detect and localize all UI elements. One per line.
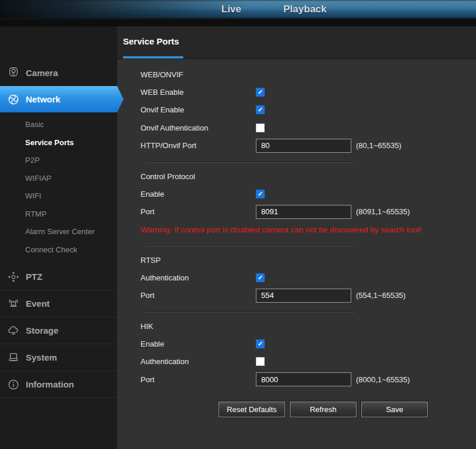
sidebar-item-label: System bbox=[26, 352, 57, 362]
top-tabs: Live Playback bbox=[215, 4, 333, 15]
sidebar-item-event[interactable]: Event bbox=[0, 290, 117, 317]
top-navigation-bar: Live Playback bbox=[0, 0, 476, 19]
control-enable-checkbox[interactable] bbox=[256, 190, 265, 198]
tab-live[interactable]: Live bbox=[215, 4, 247, 15]
sidebar: Camera Network Basic Service Ports P2P W… bbox=[0, 26, 117, 449]
section-title-hik: HIK bbox=[141, 318, 476, 335]
control-enable-label: Enable bbox=[141, 190, 256, 198]
control-port-warning: Warning: If control port is disabled cam… bbox=[141, 221, 476, 238]
onvif-authentication-row: Onvif Authentication bbox=[141, 119, 476, 137]
subnav-item-service-ports[interactable]: Service Ports bbox=[0, 134, 117, 152]
reset-defaults-button[interactable]: Reset Defaults bbox=[218, 402, 285, 417]
http-onvif-port-hint: (80,1~65535) bbox=[356, 141, 402, 150]
network-subnav: Basic Service Ports P2P WIFIAP WIFI RTMP… bbox=[0, 112, 117, 263]
sidebar-item-label: Event bbox=[26, 299, 50, 309]
main-content: Service Ports WEB/ONVIF WEB Enable Onvif… bbox=[117, 26, 476, 449]
rtsp-authentication-checkbox[interactable] bbox=[256, 273, 265, 282]
rtsp-authentication-label: Authentication bbox=[141, 273, 256, 282]
hik-enable-checkbox[interactable] bbox=[256, 340, 265, 348]
rtsp-port-row: Port (554,1~65535) bbox=[141, 287, 476, 305]
sidebar-item-camera[interactable]: Camera bbox=[0, 59, 117, 86]
section-title-web-onvif: WEB/ONVIF bbox=[141, 67, 476, 83]
sidebar-item-label: PTZ bbox=[26, 272, 42, 282]
ptz-icon bbox=[6, 270, 20, 284]
sidebar-item-label: Storage bbox=[26, 325, 59, 335]
hik-port-label: Port bbox=[141, 375, 256, 384]
system-icon bbox=[6, 351, 20, 365]
rtsp-authentication-row: Authentication bbox=[141, 269, 476, 287]
sidebar-item-system[interactable]: System bbox=[0, 344, 117, 371]
sidebar-item-storage[interactable]: Storage bbox=[0, 317, 117, 344]
onvif-authentication-label: Onvif Authentication bbox=[141, 124, 256, 132]
sidebar-item-label: Network bbox=[26, 94, 60, 104]
onvif-authentication-checkbox[interactable] bbox=[256, 124, 265, 132]
hik-enable-label: Enable bbox=[141, 340, 256, 348]
control-port-label: Port bbox=[141, 207, 256, 216]
form-button-row: Reset Defaults Refresh Save bbox=[218, 402, 476, 417]
save-button[interactable]: Save bbox=[361, 402, 428, 417]
subnav-item-rtmp[interactable]: RTMP bbox=[0, 205, 117, 224]
subnav-item-p2p[interactable]: P2P bbox=[0, 152, 117, 170]
subnav-item-basic[interactable]: Basic bbox=[0, 116, 117, 134]
onvif-enable-checkbox[interactable] bbox=[256, 105, 265, 114]
control-port-row: Port (8091,1~65535) bbox=[141, 203, 476, 221]
section-divider bbox=[145, 162, 355, 163]
service-ports-form: WEB/ONVIF WEB Enable Onvif Enable Onvif … bbox=[117, 59, 476, 417]
hik-port-hint: (8000,1~65535) bbox=[356, 375, 410, 384]
section-title-rtsp: RTSP bbox=[141, 252, 476, 269]
sidebar-item-ptz[interactable]: PTZ bbox=[0, 263, 117, 290]
sidebar-spacer bbox=[0, 26, 117, 59]
hik-enable-row: Enable bbox=[141, 335, 476, 353]
rtsp-port-label: Port bbox=[141, 291, 256, 300]
web-enable-row: WEB Enable bbox=[141, 83, 476, 101]
subnav-item-wifiap[interactable]: WIFIAP bbox=[0, 170, 117, 188]
section-divider bbox=[145, 311, 355, 313]
control-port-input[interactable] bbox=[256, 205, 351, 219]
sidebar-item-label: Camera bbox=[26, 68, 58, 78]
http-onvif-port-row: HTTP/Onvif Port (80,1~65535) bbox=[141, 137, 476, 155]
section-title-control-protocol: Control Protocol bbox=[141, 169, 476, 185]
information-icon bbox=[6, 378, 20, 392]
hik-port-row: Port (8000,1~65535) bbox=[141, 371, 476, 389]
content-tabstrip: Service Ports bbox=[117, 26, 476, 59]
rtsp-port-input[interactable] bbox=[256, 289, 351, 303]
http-onvif-port-label: HTTP/Onvif Port bbox=[141, 141, 256, 150]
hik-authentication-label: Authentication bbox=[141, 357, 256, 366]
refresh-button[interactable]: Refresh bbox=[290, 402, 357, 417]
network-icon bbox=[6, 92, 20, 107]
storage-icon bbox=[6, 324, 20, 338]
onvif-enable-row: Onvif Enable bbox=[141, 101, 476, 119]
subnav-item-alarm-server-center[interactable]: Alarm Server Center bbox=[0, 223, 117, 241]
event-icon bbox=[6, 297, 20, 311]
active-tab-underline bbox=[123, 56, 183, 59]
subnav-item-connect-check[interactable]: Connect Check bbox=[0, 241, 117, 259]
web-enable-label: WEB Enable bbox=[141, 88, 256, 97]
web-enable-checkbox[interactable] bbox=[256, 88, 265, 97]
hik-authentication-checkbox[interactable] bbox=[256, 357, 265, 366]
camera-icon bbox=[6, 66, 20, 80]
control-enable-row: Enable bbox=[141, 185, 476, 203]
subnav-item-wifi[interactable]: WIFI bbox=[0, 187, 117, 205]
rtsp-port-hint: (554,1~65535) bbox=[356, 291, 406, 300]
section-divider bbox=[145, 245, 355, 246]
hik-authentication-row: Authentication bbox=[141, 353, 476, 371]
tab-service-ports[interactable]: Service Ports bbox=[123, 36, 179, 46]
sidebar-item-network[interactable]: Network bbox=[0, 86, 124, 112]
control-port-hint: (8091,1~65535) bbox=[356, 207, 410, 216]
tab-playback[interactable]: Playback bbox=[278, 4, 333, 15]
hik-port-input[interactable] bbox=[256, 372, 351, 386]
http-onvif-port-input[interactable] bbox=[256, 139, 351, 153]
sidebar-item-label: Information bbox=[26, 379, 74, 389]
onvif-enable-label: Onvif Enable bbox=[141, 105, 256, 114]
sidebar-item-information[interactable]: Information bbox=[0, 371, 117, 398]
topbar-separator bbox=[0, 19, 476, 26]
